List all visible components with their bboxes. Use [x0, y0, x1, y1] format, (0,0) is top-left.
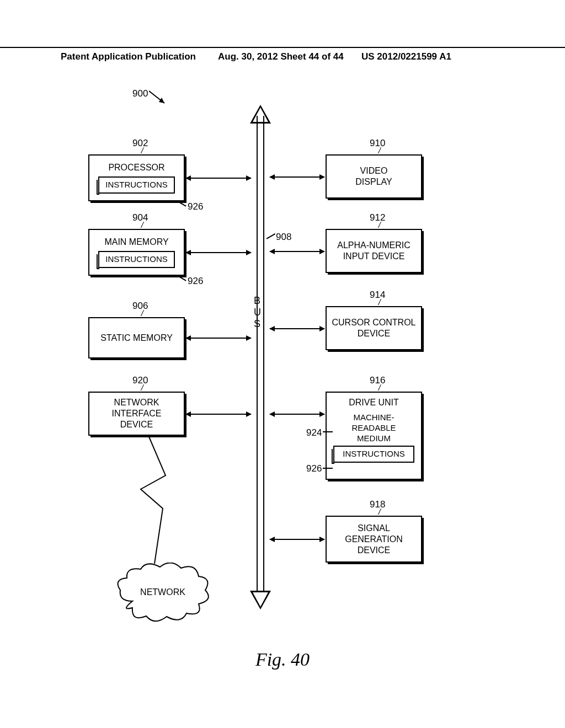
box-main-memory: MAIN MEMORY INSTRUCTIONS	[88, 229, 185, 276]
box-video: VIDEO DISPLAY	[326, 154, 422, 199]
box-processor: PROCESSOR INSTRUCTIONS	[88, 154, 185, 201]
box-instructions-drive: INSTRUCTIONS	[333, 446, 414, 463]
lead-926c	[323, 468, 333, 469]
page-header: Patent Application Publication Aug. 30, …	[0, 47, 565, 51]
lead-924	[323, 431, 333, 432]
box-instructions-902: INSTRUCTIONS	[98, 176, 175, 194]
box-drive-unit: DRIVE UNIT MACHINE- READABLE MEDIUM INST…	[326, 392, 422, 480]
box-alpha: ALPHA-NUMERIC INPUT DEVICE	[326, 229, 422, 273]
conn-nid-bus	[186, 414, 251, 415]
link-nid-network	[130, 437, 174, 571]
figure-diagram: 900 BUS 908 902 PROCESSOR INSTRUCTIONS 9…	[88, 83, 475, 634]
label-main-memory: MAIN MEMORY	[104, 237, 168, 248]
ref-926b: 926	[188, 276, 203, 287]
ref-924: 924	[306, 427, 322, 438]
box-signal: SIGNAL GENERATION DEVICE	[326, 516, 422, 563]
header-right: US 2012/0221599 A1	[361, 51, 451, 62]
box-static-memory: STATIC MEMORY	[88, 317, 185, 358]
header-mid: Aug. 30, 2012 Sheet 44 of 44	[218, 51, 344, 62]
label-network: NETWORK	[116, 587, 210, 597]
box-instructions-904: INSTRUCTIONS	[98, 251, 175, 268]
label-mrm: MACHINE- READABLE MEDIUM	[351, 413, 396, 443]
conn-bus-cursor	[270, 328, 324, 329]
conn-bus-sig	[270, 539, 324, 540]
ref-908: 908	[276, 232, 291, 243]
bus-line	[251, 105, 270, 609]
box-network: NETWORK	[116, 563, 210, 623]
figure-label: Fig. 40	[0, 649, 565, 670]
box-cursor: CURSOR CONTROL DEVICE	[326, 306, 422, 350]
conn-mem-bus	[186, 252, 251, 253]
ref-900: 900	[132, 88, 148, 99]
conn-proc-bus	[186, 178, 251, 179]
label-static-memory: STATIC MEMORY	[100, 333, 173, 344]
conn-bus-video	[270, 176, 324, 178]
conn-bus-drive	[270, 414, 324, 415]
conn-stat-bus	[186, 338, 251, 339]
ref-926a: 926	[188, 201, 203, 212]
box-nid: NETWORK INTERFACE DEVICE	[88, 392, 185, 436]
header-left: Patent Application Publication	[61, 51, 196, 62]
ref-926c: 926	[306, 463, 322, 474]
label-drive-unit: DRIVE UNIT	[349, 397, 399, 408]
svg-marker-1	[159, 98, 164, 103]
conn-bus-alpha	[270, 251, 324, 252]
bus-label: BUS	[254, 295, 262, 330]
label-processor: PROCESSOR	[108, 162, 164, 173]
arrow-900	[149, 91, 171, 110]
